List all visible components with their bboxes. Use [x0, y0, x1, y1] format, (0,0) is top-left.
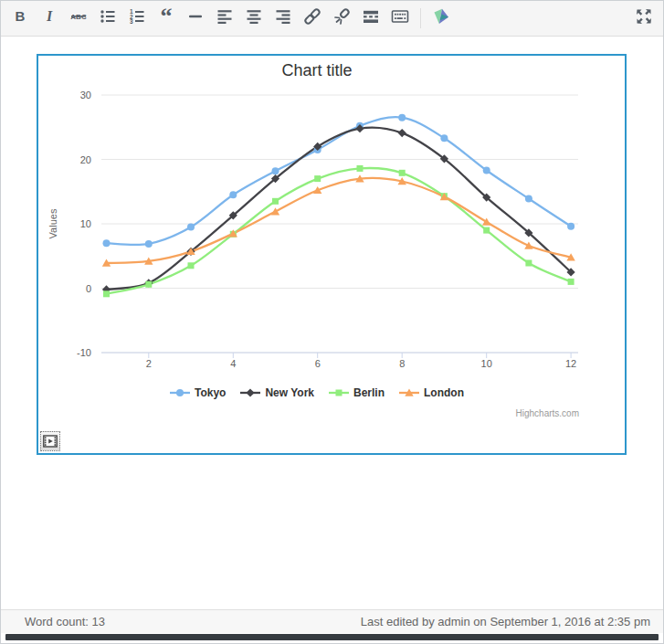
svg-text:4: 4	[230, 358, 236, 369]
svg-text:0: 0	[86, 283, 91, 294]
numbered-list-icon: 123	[126, 5, 148, 31]
align-center-button[interactable]	[243, 7, 265, 29]
toolbar-separator	[420, 8, 421, 28]
fullscreen-button[interactable]	[633, 7, 655, 29]
legend-marker-icon	[240, 387, 260, 398]
legend-label: Tokyo	[195, 386, 226, 399]
chart-legend: TokyoNew YorkBerlinLondon	[38, 386, 595, 399]
bold-icon: B	[9, 5, 31, 31]
svg-text:“: “	[161, 5, 173, 27]
insert-link-icon	[301, 5, 323, 31]
strikethrough-button[interactable]: ABC	[68, 7, 90, 29]
film-strip-icon	[43, 434, 58, 449]
svg-text:3: 3	[130, 18, 133, 25]
align-center-icon	[243, 5, 265, 31]
highcharts-credit-link[interactable]: Highcharts.com	[516, 408, 579, 418]
svg-text:2: 2	[146, 358, 152, 369]
bulleted-list-button[interactable]	[97, 7, 119, 29]
svg-text:20: 20	[80, 154, 91, 165]
svg-text:30: 30	[80, 90, 91, 100]
status-bar: Word count: 13 Last edited by admin on S…	[1, 609, 663, 633]
svg-text:I: I	[46, 8, 53, 24]
legend-label: New York	[265, 386, 314, 399]
svg-text:Values: Values	[47, 208, 58, 238]
last-edited: Last edited by admin on September 1, 201…	[361, 615, 650, 628]
read-more-icon	[360, 5, 382, 31]
horizontal-rule-icon	[184, 5, 206, 31]
legend-item-berlin[interactable]: Berlin	[329, 386, 385, 399]
horizontal-rule-button[interactable]	[184, 7, 206, 29]
insert-link-button[interactable]	[301, 7, 323, 29]
legend-marker-icon	[399, 387, 419, 398]
italic-button[interactable]: I	[38, 7, 60, 29]
fullscreen-icon	[633, 5, 655, 31]
blockquote-button[interactable]: “	[155, 7, 177, 29]
legend-item-tokyo[interactable]: Tokyo	[170, 386, 226, 399]
legend-item-new-york[interactable]: New York	[240, 386, 314, 399]
toolbar-toggle-icon	[389, 5, 411, 31]
remove-link-button[interactable]	[331, 7, 353, 29]
svg-text:12: 12	[565, 358, 576, 369]
shortcode-placeholder[interactable]	[40, 431, 60, 451]
bulleted-list-icon	[97, 5, 119, 31]
svg-text:-10: -10	[77, 347, 91, 358]
bold-button[interactable]: B	[9, 7, 31, 29]
editor-toolbar: BIABC123“	[1, 1, 663, 37]
align-left-button[interactable]	[214, 7, 236, 29]
numbered-list-button[interactable]: 123	[126, 7, 148, 29]
legend-item-london[interactable]: London	[399, 386, 464, 399]
blockquote-icon: “	[155, 5, 177, 31]
legend-marker-icon	[329, 387, 349, 398]
visualizer-chart-icon	[430, 5, 452, 31]
chart-container: Chart title 24681012-100102030Values Tok…	[38, 56, 625, 453]
svg-text:10: 10	[481, 358, 492, 369]
chart-embed-selected[interactable]: Chart title 24681012-100102030Values Tok…	[37, 54, 627, 455]
italic-icon: I	[38, 5, 60, 31]
read-more-button[interactable]	[360, 7, 382, 29]
bottom-dark-strip	[5, 634, 659, 640]
strikethrough-icon: ABC	[68, 5, 90, 31]
visualizer-chart-button[interactable]	[430, 7, 452, 29]
legend-label: Berlin	[353, 386, 385, 399]
align-right-button[interactable]	[272, 7, 294, 29]
svg-text:8: 8	[399, 358, 405, 369]
editor-window: BIABC123“ Chart title 24681012-100102030…	[0, 0, 664, 644]
editor-content-area[interactable]: Chart title 24681012-100102030Values Tok…	[1, 37, 663, 609]
bottom-strip-zone	[1, 633, 663, 643]
legend-marker-icon	[170, 387, 190, 398]
align-right-icon	[272, 5, 294, 31]
word-count: Word count: 13	[25, 615, 105, 628]
svg-text:6: 6	[315, 358, 321, 369]
svg-text:B: B	[16, 8, 26, 24]
toolbar-toggle-button[interactable]	[389, 7, 411, 29]
svg-text:10: 10	[80, 218, 91, 229]
legend-label: London	[424, 386, 464, 399]
remove-link-icon	[331, 5, 353, 31]
align-left-icon	[214, 5, 236, 31]
